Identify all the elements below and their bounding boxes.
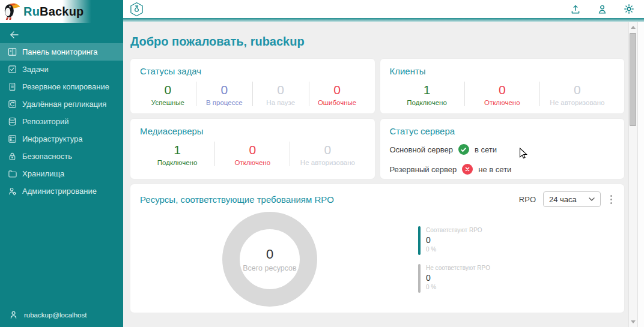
selected-period: 24 часа [549, 195, 577, 204]
topbar-actions [570, 4, 634, 14]
stat-disconnected: 0 Отключено [464, 82, 539, 106]
sidebar-item-backup[interactable]: Резервное копирование [0, 78, 123, 95]
sidebar-menu: Панель мониторинга Задачи Резервное копи… [0, 43, 123, 305]
kebab-menu-icon[interactable] [608, 193, 615, 206]
sidebar-item-label: Резервное копирование [22, 82, 109, 91]
stat-label: Подключено [140, 159, 214, 166]
rpo-period-select[interactable]: 24 часа [543, 191, 601, 207]
clients-card: Клиенты 1 Подключено 0 Отключено 0 Не ав… [380, 58, 625, 114]
sidebar-item-tasks[interactable]: Задачи [0, 61, 123, 78]
stat-value: 0 [290, 142, 365, 158]
chevron-down-icon [589, 197, 595, 201]
rpo-donut-chart: 0 Всего ресурсов [222, 212, 317, 307]
card-title: Медиасерверы [140, 126, 365, 136]
rpo-resources-card: Ресурсы, соответствующие требованиям RPO… [130, 184, 625, 313]
card-title: Клиенты [390, 66, 615, 76]
server-status-rows: Основной сервер в сети Резервный сервер … [390, 144, 615, 175]
stat-label: Подключено [390, 99, 464, 106]
collapse-arrow-icon [9, 31, 20, 39]
repository-icon [8, 117, 17, 126]
sidebar: RuBackup Панель мониторинга Задачи Резер… [0, 0, 123, 327]
sidebar-user-account[interactable]: rubackup@localhost [0, 305, 123, 327]
flask-button[interactable] [129, 2, 144, 17]
sidebar-item-administration[interactable]: Администрирование [0, 182, 123, 200]
legend-label: Соответствуют RPO [426, 226, 482, 233]
rpo-legend: Соответствуют RPO 0 0 % Не соответствуют… [418, 226, 490, 302]
media-stats: 1 Подключено 0 Отключено 0 Не авторизова… [140, 142, 365, 166]
sidebar-item-infrastructure[interactable]: Инфраструктура [0, 130, 123, 148]
stat-unauthorized: 0 Не авторизовано [539, 82, 615, 106]
card-title: Статус сервера [390, 126, 615, 136]
sidebar-item-replication[interactable]: Удалённая репликация [0, 95, 123, 113]
infrastructure-icon [8, 134, 17, 143]
cards-row-2: Медиасерверы 1 Подключено 0 Отключено 0 … [130, 118, 625, 179]
tasks-icon [8, 65, 17, 74]
sidebar-item-repository[interactable]: Репозиторий [0, 113, 123, 130]
rubackup-app: RuBackup Панель мониторинга Задачи Резер… [0, 0, 644, 327]
stat-label: Не авторизовано [290, 159, 365, 166]
legend-percent: 0 % [426, 284, 490, 290]
cards-row-1: Статусы задач 0 Успешные 0 В процессе 0 … [130, 58, 625, 114]
upload-icon [570, 4, 581, 14]
scroll-up-arrow-icon [631, 26, 636, 29]
sidebar-item-dashboard[interactable]: Панель мониторинга [0, 43, 123, 61]
stat-value: 1 [140, 142, 214, 158]
stat-paused: 0 На паузе [252, 82, 309, 106]
stat-value: 0 [140, 82, 196, 98]
server-status-card: Статус сервера Основной сервер в сети Ре… [380, 118, 625, 179]
scrollbar-thumb[interactable] [630, 33, 636, 126]
topbar-accent-strip [123, 18, 644, 22]
card-title: Статусы задач [140, 66, 365, 76]
lock-icon [8, 152, 17, 161]
donut-total-value: 0 [266, 247, 273, 262]
backup-server-row: Резервный сервер не в сети [390, 164, 615, 175]
toucan-logo-icon [3, 2, 21, 21]
sidebar-item-label: Панель мониторинга [22, 47, 98, 56]
sidebar-item-label: Безопасность [22, 152, 72, 161]
folder-icon [8, 169, 17, 178]
stat-connected: 1 Подключено [390, 82, 464, 106]
flask-icon [129, 2, 144, 17]
sidebar-item-label: Хранилища [22, 169, 64, 178]
backup-copy-icon [8, 82, 17, 91]
stat-failed: 0 Ошибочные [309, 82, 365, 106]
sidebar-item-storage[interactable]: Хранилища [0, 165, 123, 182]
scroll-down-arrow-icon [631, 320, 636, 323]
topbar [123, 0, 644, 18]
sidebar-item-security[interactable]: Безопасность [0, 148, 123, 165]
stat-label: На паузе [253, 99, 309, 106]
dashboard-icon [8, 47, 17, 56]
sidebar-item-label: Инфраструктура [22, 134, 82, 143]
stat-label: В процессе [196, 99, 252, 106]
main-content: Добро пожаловать, rubackup Статусы задач… [123, 22, 628, 327]
scroll-down-button[interactable] [629, 318, 637, 326]
sidebar-collapse-button[interactable] [0, 23, 123, 43]
legend-item-noncompliant: Не соответствуют RPO 0 0 % [418, 264, 490, 293]
sidebar-item-label: Администрирование [22, 187, 97, 196]
user-icon [597, 4, 607, 14]
legend-color-bar [418, 264, 421, 293]
legend-label: Не соответствуют RPO [426, 264, 490, 271]
replication-icon [8, 100, 17, 109]
stat-successful: 0 Успешные [140, 82, 196, 106]
stat-value: 0 [253, 82, 309, 98]
server-status-text: не в сети [478, 165, 511, 174]
stat-label: Ошибочные [309, 99, 365, 106]
upload-button[interactable] [570, 4, 581, 14]
scroll-up-button[interactable] [629, 23, 637, 31]
stat-connected: 1 Подключено [140, 142, 214, 166]
sidebar-item-label: Задачи [22, 65, 49, 74]
donut-center: 0 Всего ресурсов [222, 212, 317, 307]
settings-button[interactable] [624, 4, 634, 14]
card-title: Ресурсы, соответствующие требованиям RPO [140, 194, 334, 205]
task-stats: 0 Успешные 0 В процессе 0 На паузе 0 Оши… [140, 82, 365, 106]
user-menu-button[interactable] [597, 4, 607, 14]
welcome-heading: Добро пожаловать, rubackup [130, 35, 628, 49]
donut-total-label: Всего ресурсов [243, 264, 296, 272]
stat-value: 0 [465, 82, 539, 98]
sidebar-item-label: Удалённая репликация [22, 100, 106, 109]
server-label: Основной сервер [390, 145, 453, 154]
check-circle-icon [458, 144, 469, 155]
primary-server-row: Основной сервер в сети [390, 144, 615, 155]
vertical-scrollbar[interactable] [628, 22, 637, 327]
